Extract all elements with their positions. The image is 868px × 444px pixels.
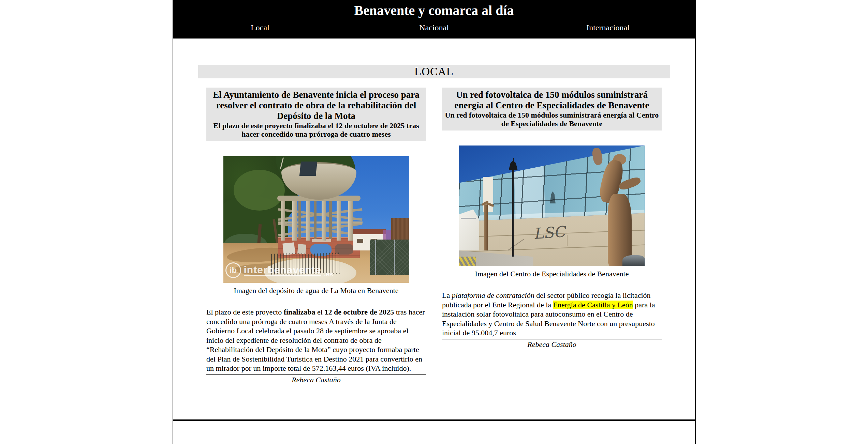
image-caption: Imagen del depósito de agua de La Mota e… [206, 286, 426, 295]
tower-pillar [281, 200, 285, 241]
tank-opening [299, 162, 317, 176]
tower-pillar [337, 200, 341, 241]
tower-pillar-back [329, 201, 332, 239]
tower-pillar [348, 200, 353, 241]
curb-markings [459, 257, 476, 266]
centro-especialidades-photo: LSC [459, 146, 645, 266]
tower-pillar-back [298, 201, 301, 239]
author-divider [206, 374, 426, 375]
italic-text: plataforma de contratación [452, 291, 534, 300]
tower-pillar [306, 200, 310, 241]
tent-lettering [461, 218, 476, 219]
article-subtitle: El plazo de este proyecto finalizaba el … [208, 121, 425, 138]
house-window [357, 239, 363, 243]
stone-joint [567, 235, 568, 246]
masthead: Benavente y comarca al día Local Naciona… [173, 0, 695, 39]
small-tree-trunk [484, 204, 488, 250]
article-title: Un red fotovoltaica de 150 módulos sumin… [443, 90, 660, 111]
section-header-local: LOCAL [198, 65, 670, 78]
parked-car [622, 255, 645, 266]
graffiti-poster [297, 244, 306, 254]
article-figure: ib interbenavente .es Imagen del depósit… [206, 156, 426, 295]
water-tank [281, 162, 356, 200]
article-fotovoltaica: Un red fotovoltaica de 150 módulos sumin… [442, 88, 662, 349]
article-deposito-mota: El Ayuntamiento de Benavente inicia el p… [206, 88, 426, 384]
watermark: ib interbenavente .es [225, 262, 333, 278]
tower-pillar [292, 200, 297, 241]
headline-block: El Ayuntamiento de Benavente inicia el p… [206, 88, 426, 141]
section-divider [173, 419, 695, 421]
highlighted-text: Energía de Castilla y León [553, 301, 633, 309]
body-text-segment: La [442, 291, 452, 300]
tree-trunk-base [608, 194, 632, 266]
watermark-text: interbenavente [244, 264, 321, 276]
articles-grid: El Ayuntamiento de Benavente inicia el p… [173, 88, 695, 384]
white-tent [459, 210, 480, 250]
body-text-segment: tras hacer concedido una prórroga de cua… [206, 308, 425, 372]
article-body: La plataforma de contratación del sector… [442, 291, 662, 338]
nav-item-local[interactable]: Local [173, 23, 347, 32]
bold-text: 12 de octubre de 2025 [324, 308, 394, 316]
author-byline: Rebeca Castaño [442, 340, 662, 349]
body-text-segment: El plazo de este proyecto [206, 308, 284, 316]
page-container: Benavente y comarca al día Local Naciona… [173, 0, 696, 444]
nav-item-nacional[interactable]: Nacional [347, 23, 521, 32]
water-tower [275, 156, 363, 245]
site-title: Benavente y comarca al día [173, 0, 695, 18]
author-byline: Rebeca Castaño [206, 376, 426, 384]
watermark-tld: .es [324, 271, 333, 278]
watermark-logo-icon: ib [225, 262, 241, 278]
image-caption: Imagen del Centro de Especialidades de B… [442, 270, 662, 278]
article-figure: LSC Ima [442, 146, 662, 278]
article-title: El Ayuntamiento de Benavente inicia el p… [208, 90, 425, 121]
article-subtitle: Un red fotovoltaica de 150 módulos sumin… [443, 111, 660, 128]
tower-pillar-back [314, 201, 317, 239]
graffiti-text: LSC [533, 224, 565, 241]
headline-block: Un red fotovoltaica de 150 módulos sumin… [442, 88, 662, 131]
bold-text: finalizaba [284, 308, 315, 316]
main-nav: Local Nacional Internacional [173, 23, 695, 32]
body-text-segment: el [315, 308, 325, 316]
deposito-photo: ib interbenavente .es [223, 156, 409, 283]
tank-ladder [280, 157, 283, 169]
stone-joint [500, 236, 500, 247]
author-divider [442, 339, 662, 339]
fence-pole [394, 240, 395, 275]
article-body: El plazo de este proyecto finalizaba el … [206, 307, 426, 373]
street-lamp-post [512, 170, 514, 257]
street-lamp-finial [513, 158, 514, 161]
nav-item-internacional[interactable]: Internacional [521, 23, 695, 32]
fence-pole [375, 240, 376, 275]
tower-pillar [322, 200, 326, 241]
